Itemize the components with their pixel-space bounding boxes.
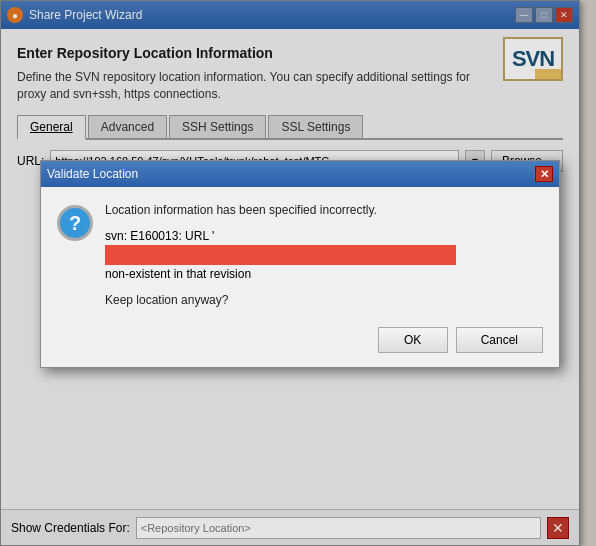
ok-button[interactable]: OK	[378, 327, 448, 353]
error-url-highlight	[105, 245, 456, 265]
dialog-error-line: svn: E160013: URL ' non-existent in that…	[105, 227, 543, 283]
error-suffix: non-existent in that revision	[105, 267, 251, 281]
dialog-keep-message: Keep location anyway?	[105, 293, 543, 307]
dialog-main-message: Location information has been specified …	[105, 203, 543, 217]
error-prefix: svn: E160013: URL '	[105, 229, 214, 243]
dialog-text-area: Location information has been specified …	[105, 203, 543, 307]
dialog-close-button[interactable]: ✕	[535, 166, 553, 182]
validate-location-dialog: Validate Location ✕ ? Location informati…	[40, 160, 560, 368]
dialog-title-bar: Validate Location ✕	[41, 161, 559, 187]
dialog-title: Validate Location	[47, 167, 138, 181]
dialog-buttons: OK Cancel	[41, 319, 559, 367]
dialog-question-icon: ?	[57, 205, 93, 241]
cancel-button[interactable]: Cancel	[456, 327, 543, 353]
dialog-body: ? Location information has been specifie…	[41, 187, 559, 319]
dialog-overlay: Validate Location ✕ ? Location informati…	[0, 0, 596, 546]
